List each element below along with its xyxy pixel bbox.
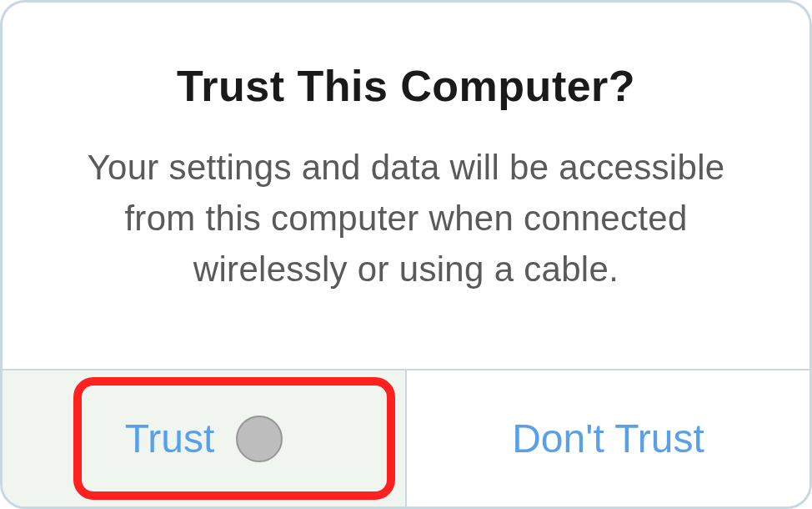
- dont-trust-button-label: Don't Trust: [512, 416, 704, 461]
- trust-button-inner: Trust: [125, 416, 283, 462]
- dont-trust-button[interactable]: Don't Trust: [407, 370, 809, 506]
- trust-button-label: Trust: [125, 416, 215, 461]
- dialog-message: Your settings and data will be accessibl…: [53, 143, 759, 295]
- dialog-button-row: Trust Don't Trust: [3, 369, 809, 506]
- dialog-content: Trust This Computer? Your settings and d…: [3, 3, 809, 369]
- cursor-indicator-icon: [236, 416, 283, 462]
- trust-dialog: Trust This Computer? Your settings and d…: [0, 0, 812, 509]
- dialog-title: Trust This Computer?: [177, 61, 635, 111]
- trust-button[interactable]: Trust: [3, 370, 407, 506]
